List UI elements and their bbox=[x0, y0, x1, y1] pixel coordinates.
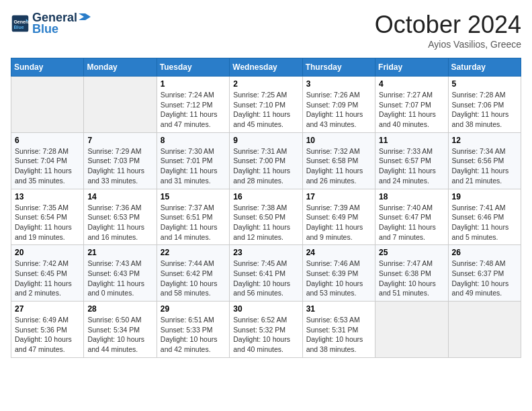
calendar-cell: 6Sunrise: 7:28 AM Sunset: 7:04 PM Daylig… bbox=[11, 132, 84, 189]
day-info: Sunrise: 7:27 AM Sunset: 7:07 PM Dayligh… bbox=[379, 90, 444, 130]
day-info: Sunrise: 7:40 AM Sunset: 6:47 PM Dayligh… bbox=[379, 203, 444, 242]
day-info: Sunrise: 7:37 AM Sunset: 6:51 PM Dayligh… bbox=[161, 203, 226, 242]
calendar-cell: 8Sunrise: 7:30 AM Sunset: 7:01 PM Daylig… bbox=[157, 132, 229, 189]
calendar-day-header: Saturday bbox=[448, 58, 521, 77]
day-info: Sunrise: 6:52 AM Sunset: 5:32 PM Dayligh… bbox=[233, 315, 298, 355]
day-number: 15 bbox=[161, 192, 226, 201]
day-info: Sunrise: 7:36 AM Sunset: 6:53 PM Dayligh… bbox=[87, 203, 152, 242]
day-number: 3 bbox=[306, 79, 371, 89]
calendar-cell: 12Sunrise: 7:34 AM Sunset: 6:56 PM Dayli… bbox=[448, 132, 521, 189]
calendar-day-header: Sunday bbox=[11, 58, 84, 77]
day-number: 27 bbox=[15, 304, 80, 314]
day-info: Sunrise: 7:26 AM Sunset: 7:09 PM Dayligh… bbox=[306, 90, 371, 130]
day-number: 5 bbox=[452, 79, 517, 89]
month-title: October 2024 bbox=[375, 11, 521, 39]
day-number: 24 bbox=[306, 248, 371, 257]
calendar-cell: 27Sunrise: 6:49 AM Sunset: 5:36 PM Dayli… bbox=[11, 302, 84, 358]
calendar-cell: 17Sunrise: 7:39 AM Sunset: 6:49 PM Dayli… bbox=[302, 189, 375, 245]
day-number: 31 bbox=[306, 304, 371, 314]
day-number: 22 bbox=[161, 248, 226, 257]
calendar-day-header: Tuesday bbox=[157, 58, 229, 77]
day-info: Sunrise: 7:38 AM Sunset: 6:50 PM Dayligh… bbox=[233, 203, 298, 242]
day-info: Sunrise: 7:25 AM Sunset: 7:10 PM Dayligh… bbox=[233, 90, 298, 130]
calendar-cell: 11Sunrise: 7:33 AM Sunset: 6:57 PM Dayli… bbox=[375, 132, 448, 189]
calendar-cell: 31Sunrise: 6:53 AM Sunset: 5:31 PM Dayli… bbox=[302, 302, 375, 358]
day-number: 13 bbox=[15, 192, 80, 201]
calendar-cell: 25Sunrise: 7:47 AM Sunset: 6:38 PM Dayli… bbox=[375, 245, 448, 302]
calendar-cell: 2Sunrise: 7:25 AM Sunset: 7:10 PM Daylig… bbox=[230, 77, 302, 133]
day-info: Sunrise: 7:33 AM Sunset: 6:57 PM Dayligh… bbox=[379, 146, 444, 186]
day-info: Sunrise: 7:47 AM Sunset: 6:38 PM Dayligh… bbox=[379, 259, 444, 298]
calendar-cell: 26Sunrise: 7:48 AM Sunset: 6:37 PM Dayli… bbox=[448, 245, 521, 302]
calendar-cell: 21Sunrise: 7:43 AM Sunset: 6:43 PM Dayli… bbox=[84, 245, 157, 302]
day-info: Sunrise: 6:51 AM Sunset: 5:33 PM Dayligh… bbox=[161, 315, 226, 355]
day-info: Sunrise: 6:53 AM Sunset: 5:31 PM Dayligh… bbox=[306, 315, 371, 355]
calendar-cell: 24Sunrise: 7:46 AM Sunset: 6:39 PM Dayli… bbox=[302, 245, 375, 302]
calendar-cell bbox=[375, 302, 448, 358]
calendar-day-header: Wednesday bbox=[230, 58, 302, 77]
day-info: Sunrise: 7:48 AM Sunset: 6:37 PM Dayligh… bbox=[452, 259, 517, 298]
day-number: 25 bbox=[379, 248, 444, 257]
day-number: 28 bbox=[87, 304, 152, 314]
day-number: 8 bbox=[161, 136, 226, 145]
calendar-cell: 9Sunrise: 7:31 AM Sunset: 7:00 PM Daylig… bbox=[230, 132, 302, 189]
calendar-day-header: Friday bbox=[375, 58, 448, 77]
calendar-cell: 13Sunrise: 7:35 AM Sunset: 6:54 PM Dayli… bbox=[11, 189, 84, 245]
calendar-cell: 29Sunrise: 6:51 AM Sunset: 5:33 PM Dayli… bbox=[157, 302, 229, 358]
title-block: October 2024 Ayios Vasilios, Greece bbox=[375, 11, 521, 50]
day-number: 30 bbox=[233, 304, 298, 314]
calendar-cell: 18Sunrise: 7:40 AM Sunset: 6:47 PM Dayli… bbox=[375, 189, 448, 245]
day-number: 26 bbox=[452, 248, 517, 257]
day-number: 17 bbox=[306, 192, 371, 201]
calendar-cell: 14Sunrise: 7:36 AM Sunset: 6:53 PM Dayli… bbox=[84, 189, 157, 245]
calendar-cell: 16Sunrise: 7:38 AM Sunset: 6:50 PM Dayli… bbox=[230, 189, 302, 245]
day-number: 2 bbox=[233, 79, 298, 89]
day-info: Sunrise: 7:39 AM Sunset: 6:49 PM Dayligh… bbox=[306, 203, 371, 242]
day-number: 18 bbox=[379, 192, 444, 201]
day-number: 12 bbox=[452, 136, 517, 145]
day-info: Sunrise: 6:49 AM Sunset: 5:36 PM Dayligh… bbox=[15, 315, 80, 355]
calendar-cell bbox=[448, 302, 521, 358]
calendar-cell: 7Sunrise: 7:29 AM Sunset: 7:03 PM Daylig… bbox=[84, 132, 157, 189]
location-subtitle: Ayios Vasilios, Greece bbox=[375, 39, 521, 50]
day-info: Sunrise: 7:44 AM Sunset: 6:42 PM Dayligh… bbox=[161, 259, 226, 298]
day-info: Sunrise: 7:32 AM Sunset: 6:58 PM Dayligh… bbox=[306, 146, 371, 186]
calendar-cell: 5Sunrise: 7:28 AM Sunset: 7:06 PM Daylig… bbox=[448, 77, 521, 133]
day-info: Sunrise: 7:29 AM Sunset: 7:03 PM Dayligh… bbox=[87, 146, 152, 186]
day-info: Sunrise: 7:34 AM Sunset: 6:56 PM Dayligh… bbox=[452, 146, 517, 186]
calendar-header-row: SundayMondayTuesdayWednesdayThursdayFrid… bbox=[11, 58, 521, 77]
svg-text:Blue: Blue bbox=[13, 25, 24, 30]
calendar-week-row: 27Sunrise: 6:49 AM Sunset: 5:36 PM Dayli… bbox=[11, 302, 521, 358]
svg-marker-4 bbox=[79, 13, 91, 20]
day-number: 11 bbox=[379, 136, 444, 145]
logo-icon: General Blue bbox=[11, 14, 30, 33]
calendar-day-header: Thursday bbox=[302, 58, 375, 77]
day-info: Sunrise: 7:28 AM Sunset: 7:06 PM Dayligh… bbox=[452, 90, 517, 130]
day-number: 10 bbox=[306, 136, 371, 145]
day-info: Sunrise: 7:42 AM Sunset: 6:45 PM Dayligh… bbox=[15, 259, 80, 298]
day-number: 1 bbox=[161, 79, 226, 89]
day-info: Sunrise: 7:45 AM Sunset: 6:41 PM Dayligh… bbox=[233, 259, 298, 298]
calendar-table: SundayMondayTuesdayWednesdayThursdayFrid… bbox=[11, 58, 521, 358]
calendar-day-header: Monday bbox=[84, 58, 157, 77]
calendar-cell: 23Sunrise: 7:45 AM Sunset: 6:41 PM Dayli… bbox=[230, 245, 302, 302]
day-number: 20 bbox=[15, 248, 80, 257]
day-info: Sunrise: 7:41 AM Sunset: 6:46 PM Dayligh… bbox=[452, 203, 517, 242]
calendar-cell: 15Sunrise: 7:37 AM Sunset: 6:51 PM Dayli… bbox=[157, 189, 229, 245]
calendar-cell bbox=[84, 77, 157, 133]
logo-arrow bbox=[79, 12, 91, 21]
day-info: Sunrise: 7:30 AM Sunset: 7:01 PM Dayligh… bbox=[161, 146, 226, 186]
calendar-cell bbox=[11, 77, 84, 133]
calendar-week-row: 6Sunrise: 7:28 AM Sunset: 7:04 PM Daylig… bbox=[11, 132, 521, 189]
calendar-cell: 30Sunrise: 6:52 AM Sunset: 5:32 PM Dayli… bbox=[230, 302, 302, 358]
day-info: Sunrise: 7:35 AM Sunset: 6:54 PM Dayligh… bbox=[15, 203, 80, 242]
calendar-cell: 22Sunrise: 7:44 AM Sunset: 6:42 PM Dayli… bbox=[157, 245, 229, 302]
logo: General Blue General Blue bbox=[11, 11, 92, 36]
day-info: Sunrise: 7:28 AM Sunset: 7:04 PM Dayligh… bbox=[15, 146, 80, 186]
day-number: 14 bbox=[87, 192, 152, 201]
page-header: General Blue General Blue October 2024 A… bbox=[11, 11, 521, 50]
day-number: 16 bbox=[233, 192, 298, 201]
day-number: 7 bbox=[87, 136, 152, 145]
calendar-cell: 20Sunrise: 7:42 AM Sunset: 6:45 PM Dayli… bbox=[11, 245, 84, 302]
day-number: 21 bbox=[87, 248, 152, 257]
